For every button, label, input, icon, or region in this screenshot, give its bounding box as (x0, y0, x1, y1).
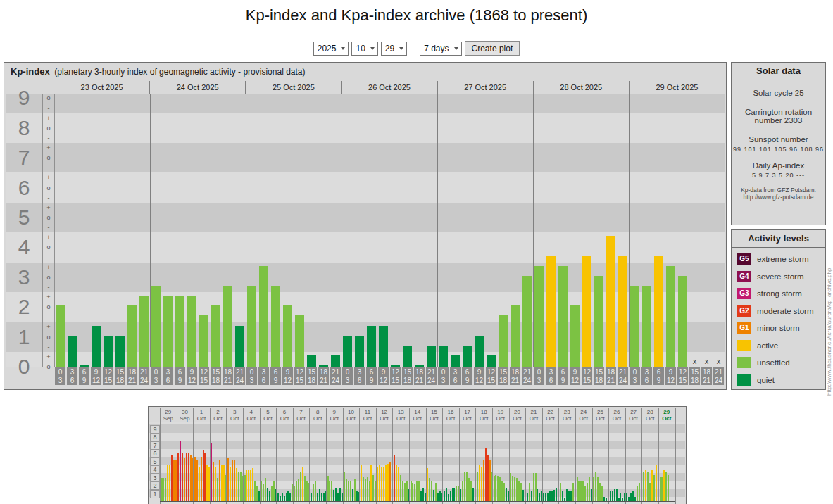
overview-date-5-Oct: 5Oct (260, 408, 277, 422)
overview-kp-bar (661, 477, 663, 501)
overview-kp-bar (327, 476, 329, 501)
hour-label: 36 (354, 367, 365, 385)
kp-chart-title-bold: Kp-index (11, 66, 50, 77)
hour-label: 1821 (701, 367, 712, 385)
overview-kp-bar (435, 483, 437, 501)
kp-source-line2[interactable]: http://www.gfz-potsdam.de (732, 194, 825, 201)
overview-kp-bar (294, 486, 295, 501)
overview-kp-bar (506, 488, 507, 501)
hour-label: 1518 (594, 367, 604, 385)
overview-kp-bar (431, 481, 432, 501)
day-separator (629, 94, 630, 367)
overview-kp-bar (306, 481, 308, 501)
day-select[interactable]: 29 (381, 42, 407, 56)
overview-kp-bar (663, 470, 665, 501)
create-plot-button[interactable]: Create plot (465, 41, 520, 56)
overview-day-separator (542, 408, 543, 504)
overview-kp-bar (161, 478, 163, 501)
hour-label: 36 (450, 367, 461, 385)
kp-chart-subtitle: (planetary 3-hourly index of geomagnetic… (54, 67, 305, 77)
kp-bar (331, 355, 340, 367)
hour-label: 1215 (103, 367, 113, 385)
overview-kp-bar (304, 476, 306, 501)
overview-kp-bar (186, 453, 187, 501)
overview-kp-bar (370, 465, 372, 501)
hour-label: 912 (474, 367, 484, 385)
overview-kp-bar (514, 477, 515, 501)
overview-kp-bar (444, 491, 445, 501)
overview-kp-bar (406, 481, 408, 501)
overview-kp-bar (372, 475, 374, 501)
overview-kp-bar (354, 479, 356, 501)
overview-day-separator (625, 408, 626, 504)
kp-bar (283, 305, 292, 367)
hour-label: 1215 (390, 367, 401, 385)
overview-kp-bar (230, 467, 231, 501)
hour-label: 2124 (234, 367, 245, 385)
kp-bar (379, 326, 388, 367)
overview-kp-bar (238, 472, 239, 501)
activity-level-label: moderate storm (757, 307, 814, 315)
overview-kp-bar (547, 493, 549, 501)
kp-bar (570, 305, 580, 367)
kp-bar (427, 346, 436, 367)
overview-day-separator (309, 408, 310, 504)
overview-kp-bar (637, 486, 638, 501)
kp-index-chart-panel: Kp-index (planetary 3-hourly index of ge… (4, 62, 727, 390)
overview-kp-bar (570, 491, 572, 501)
hour-label: 69 (366, 367, 377, 385)
overview-date-23-Oct: 23Oct (558, 408, 575, 422)
overview-kp-bar (333, 490, 334, 501)
overview-kp-bar (429, 478, 430, 501)
overview-kp-bar (313, 484, 314, 501)
kp-bar (271, 286, 280, 367)
range-select[interactable]: 7 days (420, 42, 461, 56)
kp-subtick: - (43, 284, 54, 291)
kp-bar (247, 286, 256, 367)
overview-date-12-Oct: 12Oct (376, 408, 393, 422)
sunspot-label: Sunspot number (732, 135, 825, 144)
day-separator (437, 94, 438, 367)
overview-kp-bar (248, 470, 249, 501)
hour-label: 1518 (115, 367, 125, 385)
overview-kp-bar (356, 491, 358, 501)
kp-subtick: - (43, 134, 54, 141)
hour-label: 03 (342, 367, 353, 385)
overview-kp-bar (450, 491, 451, 501)
overview-kp-bar (584, 486, 586, 501)
overview-kp-bar (660, 477, 661, 501)
overview-kp-bar (439, 491, 441, 501)
overview-kp-bar (468, 478, 470, 501)
overview-kp-bar (595, 472, 596, 501)
overview-kp-bar (427, 468, 428, 501)
overview-kp-bar (317, 493, 318, 501)
hour-label: 03 (55, 367, 65, 385)
kp-bar (618, 256, 627, 367)
overview-kp-bar (402, 481, 403, 501)
overview-y-axis: 987654321 (149, 422, 160, 504)
kp-bar (630, 286, 639, 367)
overview-kp-bar (433, 490, 434, 501)
overview-kp-bar (352, 489, 353, 501)
quiet-color-chip (737, 374, 751, 386)
overview-kp-bar (163, 478, 164, 501)
overview-kp-bar (367, 477, 368, 501)
hour-label: 69 (653, 367, 664, 385)
hour-label: 2124 (713, 367, 724, 385)
overview-kp-bar (487, 455, 489, 501)
kp-y-axis-subticks: o-+o-+o-+o-+o-+o-+o-+o-+o-+o (42, 94, 55, 367)
month-select[interactable]: 10 (351, 42, 377, 56)
hour-label: 1821 (606, 367, 616, 385)
overview-kp-bar (612, 491, 613, 501)
overview-date-21-Oct: 21Oct (525, 408, 542, 422)
day-separator (246, 94, 246, 367)
overview-kp-bar (171, 455, 173, 501)
overview-date-30-Sep: 30Sep (177, 408, 194, 422)
overview-kp-bar (580, 481, 582, 501)
overview-kp-bar (411, 481, 412, 501)
overview-kp-bar (381, 467, 382, 501)
year-select[interactable]: 2025 (313, 42, 349, 56)
activity-levels-panel: Activity levels G5extreme stormG4severe … (731, 229, 826, 390)
range-select-value: 7 days (424, 44, 449, 53)
overview-axis-number-6: 6 (150, 449, 160, 458)
